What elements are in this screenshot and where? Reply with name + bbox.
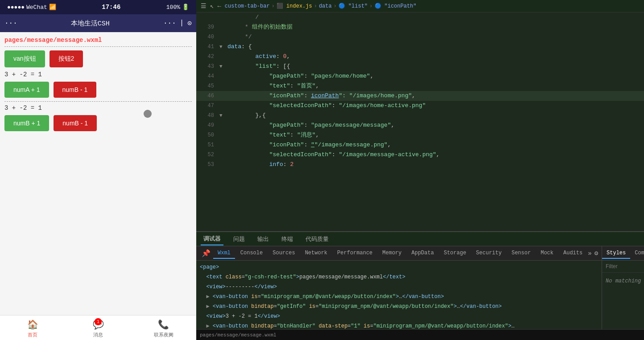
app-header: ··· 本地生活CSH ··· | ⊙ (0, 14, 196, 32)
menu-icon[interactable]: ☰ (201, 2, 206, 10)
tab-sensor[interactable]: Sensor (507, 248, 535, 259)
header-more-icon[interactable]: ··· (163, 19, 176, 27)
tab-wxml[interactable]: Wxml (213, 248, 235, 259)
battery-icon: 🔋 (182, 4, 189, 11)
app-header-icons-right[interactable]: ··· | ⊙ (163, 19, 192, 28)
breadcrumb-iconpath[interactable]: 🔵 "iconPath" (375, 3, 417, 9)
code-line-41: 41 ▼ data: { (196, 42, 644, 52)
numb-plus-button[interactable]: numB + 1 (4, 115, 49, 131)
code-line-46[interactable]: 46 "iconPath": iconPath": "/images/home.… (196, 91, 644, 101)
more-tabs-icon[interactable]: » (588, 250, 591, 257)
phone-frame: ●●●●● WeChat 📶 17:46 100% 🔋 ··· 本地生活CSH … (0, 0, 196, 340)
xml-line-van-btn-2[interactable]: ▶ <van-button bindtap="getInfo" is="mini… (196, 302, 602, 311)
styles-filter-input[interactable] (606, 263, 644, 270)
tab-terminal[interactable]: 终端 (279, 233, 296, 245)
breadcrumb-data[interactable]: data (319, 3, 332, 9)
wifi-icon: 📶 (49, 4, 56, 11)
code-line-53: 53 info: 2 (196, 160, 644, 170)
code-line-49: 49 "pagePath": "pages/message/message", (196, 120, 644, 130)
line-num: 45 (200, 81, 214, 91)
tab-console[interactable]: Console (236, 248, 267, 259)
messages-badge: 1 (95, 318, 102, 325)
back-icon[interactable]: ← (217, 3, 221, 10)
breadcrumb-sep-3: › (334, 3, 337, 9)
line-toggle-43[interactable]: ▼ (219, 62, 226, 71)
code-line-44: 44 "pagePath": "pages/home/home", (196, 71, 644, 81)
contact-icon: 📞 (158, 319, 169, 330)
tab-memory[interactable]: Memory (378, 248, 406, 259)
line-num: 49 (200, 120, 214, 130)
nav-home-label: 首页 (28, 332, 37, 338)
line-num: 41 (200, 42, 214, 52)
code-line-48: 48 ▼ },{ (196, 111, 644, 120)
tab-code-quality[interactable]: 代码质量 (303, 233, 331, 245)
code-line-39: 39 * 组件的初始数据 (196, 22, 644, 32)
button-row-2: numA + 1 numB - 1 (4, 82, 192, 98)
code-lines: / 39 * 组件的初始数据 40 */ 41 ▼ data: { 42 (196, 12, 644, 231)
tab-appdata[interactable]: AppData (407, 248, 438, 259)
code-line-52: 52 "selectedIconPath": "/images/message-… (196, 150, 644, 160)
line-toggle-48[interactable]: ▼ (219, 111, 226, 120)
xml-line-van-btn-3[interactable]: ▶ <van-button bindtap="btnHandler" data-… (196, 321, 602, 329)
code-line-51: 51 "iconPath": ""/images/message.png", (196, 140, 644, 150)
numb-minus-button-1[interactable]: numB - 1 (54, 82, 97, 98)
tab-security[interactable]: Security (471, 248, 506, 259)
right-panel: ☰ ↖ ← custom-tab-bar › ⬛ index.js › data… (196, 0, 644, 340)
code-text: "pagePath": "pages/message/message", (227, 120, 395, 130)
line-toggle-41[interactable]: ▼ (219, 42, 226, 52)
nav-messages[interactable]: 💬 1 消息 (66, 319, 131, 338)
devtools-left: 📌 Wxml Console Sources Network Performan… (196, 246, 602, 329)
cursor-icon[interactable]: ↖ (210, 2, 214, 10)
code-text: "selectedIconPath": "/images/message-act… (227, 150, 440, 160)
xml-line-view-2[interactable]: <view>3 + -2 = 1</view> (196, 311, 602, 321)
numb-minus-button-2[interactable]: numB - 1 (54, 115, 97, 131)
breadcrumb-custom-tab-bar[interactable]: custom-tab-bar (225, 3, 270, 9)
line-num: 47 (200, 101, 214, 111)
equation-2: 3 + -2 = 1 (4, 104, 192, 112)
tab-output[interactable]: 输出 (255, 233, 272, 245)
button-2[interactable]: 按钮2 (50, 50, 83, 67)
circle-indicator (144, 110, 152, 118)
code-text: / (227, 12, 259, 22)
code-text: "text": "首页", (227, 81, 319, 91)
button-row-1: van按钮 按钮2 (4, 50, 192, 67)
tab-computed[interactable]: Computed (630, 248, 644, 259)
xml-line-text[interactable]: <text class="g-csh-red-test">pages/messa… (196, 272, 602, 282)
tab-mock[interactable]: Mock (536, 248, 558, 259)
header-circle-icon[interactable]: ⊙ (187, 19, 192, 28)
code-line-43: 43 ▼ "list": [{ (196, 62, 644, 71)
code-line-39-comment: / (196, 12, 644, 22)
tab-debugger[interactable]: 调试器 (201, 233, 223, 245)
app-header-icons-left[interactable]: ··· (4, 19, 17, 27)
carrier-dots: ●●●●● (7, 4, 25, 11)
tab-issues[interactable]: 问题 (231, 233, 248, 245)
app-title: 本地生活CSH (17, 19, 163, 28)
breadcrumb-list[interactable]: 🔵 "list" (339, 3, 367, 9)
devtools-tab-pin-icon[interactable]: 📌 (200, 247, 212, 260)
tab-performance[interactable]: Performance (333, 248, 377, 259)
status-bar-right: 100% 🔋 (166, 4, 189, 11)
code-text: "text": "消息", (227, 130, 319, 140)
xml-line-page[interactable]: <page> (196, 262, 602, 272)
nav-home[interactable]: 🏠 首页 (0, 319, 66, 338)
xml-line-van-btn-1[interactable]: ▶ <van-button is="miniprogram_npm/@vant/… (196, 292, 602, 302)
van-button[interactable]: van按钮 (4, 50, 45, 67)
code-text: },{ (227, 111, 266, 120)
tab-audits[interactable]: Audits (559, 248, 587, 259)
bottom-nav: 🏠 首页 💬 1 消息 📞 联系夜阑 (0, 315, 196, 340)
devtools-tabs: 📌 Wxml Console Sources Network Performan… (196, 246, 602, 261)
line-num: 51 (200, 140, 214, 150)
xml-line-view-1[interactable]: <view>---------</view> (196, 282, 602, 292)
settings-icon[interactable]: ⚙ (594, 249, 598, 257)
phone-simulator: ●●●●● WeChat 📶 17:46 100% 🔋 ··· 本地生活CSH … (0, 0, 196, 340)
numa-plus-button[interactable]: numA + 1 (4, 82, 49, 98)
code-text: info: 2 (227, 160, 293, 170)
tab-sources[interactable]: Sources (268, 248, 299, 259)
nav-contact[interactable]: 📞 联系夜阑 (131, 319, 196, 338)
status-bar-left: ●●●●● WeChat 📶 (7, 4, 56, 11)
breadcrumb-indexjs[interactable]: ⬛ index.js (277, 3, 312, 9)
tab-network[interactable]: Network (301, 248, 332, 259)
tab-styles[interactable]: Styles (602, 248, 630, 259)
tab-storage[interactable]: Storage (439, 248, 471, 259)
line-num: 53 (200, 160, 214, 170)
